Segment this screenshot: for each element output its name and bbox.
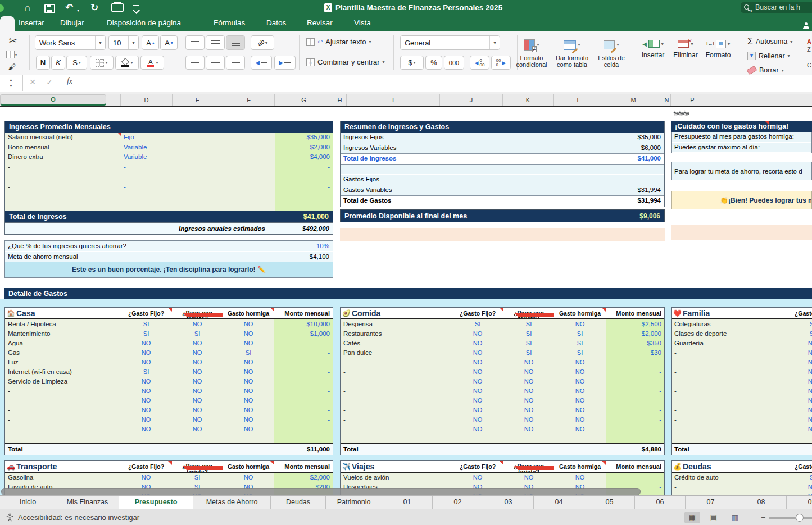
align-middle-button[interactable] bbox=[206, 35, 225, 50]
autosum-button[interactable]: ΣAutosuma▾ bbox=[747, 36, 792, 47]
expense-row-fixed[interactable]: SI bbox=[120, 367, 172, 377]
expense-row-fixed[interactable]: NO bbox=[787, 348, 812, 358]
align-right-button[interactable] bbox=[226, 56, 245, 70]
expense-row-amount[interactable]: $30 bbox=[606, 348, 664, 358]
expense-row-ant[interactable]: SI bbox=[554, 329, 606, 339]
menu-tab-dibujar[interactable]: Dibujar bbox=[60, 15, 84, 31]
expense-row-fixed[interactable]: NO bbox=[452, 348, 503, 358]
expense-row-amount[interactable]: - bbox=[606, 367, 664, 377]
decrease-decimal-button[interactable]: 000▶ bbox=[491, 56, 511, 70]
expense-row-fixed[interactable]: NO bbox=[787, 377, 812, 386]
expense-row-fixed[interactable]: NO bbox=[120, 386, 172, 396]
expense-row-ant[interactable]: NO bbox=[223, 424, 274, 434]
expense-row-ant[interactable]: SI bbox=[554, 348, 606, 358]
income-row-type[interactable]: Variable bbox=[121, 143, 173, 153]
ant-budget-row[interactable]: Presupuesto al mes para gastos hormiga: bbox=[672, 132, 811, 143]
expense-row-ant[interactable]: NO bbox=[223, 339, 274, 348]
expense-row-ant[interactable]: NO bbox=[554, 424, 606, 434]
expense-row-ant[interactable]: NO bbox=[223, 415, 274, 424]
expense-row-card[interactable]: NO bbox=[503, 415, 554, 424]
expense-row-card[interactable]: NO bbox=[172, 377, 223, 386]
income-row-amount[interactable]: - bbox=[274, 182, 333, 192]
expense-row-label[interactable]: Mantenimiento bbox=[5, 329, 120, 339]
expense-row-label[interactable]: Clases de deporte bbox=[672, 329, 787, 339]
sheet-tab-05[interactable]: 05 bbox=[584, 496, 635, 509]
summary-row-value[interactable]: $6,000 bbox=[602, 143, 664, 153]
bold-button[interactable]: N bbox=[36, 56, 50, 70]
income-row-type[interactable]: - bbox=[121, 182, 173, 192]
expense-row-fixed[interactable]: NO bbox=[452, 405, 503, 415]
expense-row-fixed[interactable]: NO bbox=[120, 396, 172, 405]
expense-row-label[interactable]: Colegiaturas bbox=[672, 319, 787, 329]
expense-row-card[interactable]: NO bbox=[503, 358, 554, 367]
expense-row-label[interactable]: Despensa bbox=[341, 319, 452, 329]
expense-row-card[interactable]: NO bbox=[503, 377, 554, 386]
expense-row-label[interactable]: - bbox=[672, 367, 787, 377]
expense-row-label[interactable]: - bbox=[341, 424, 452, 434]
cell-styles-button[interactable]: ▾Estilos de celda bbox=[592, 35, 631, 68]
expense-row-ant[interactable]: NO bbox=[223, 473, 274, 482]
summary-row-label[interactable]: Ingresos Variables bbox=[341, 143, 602, 153]
expense-row-fixed[interactable]: NO bbox=[787, 405, 812, 415]
expense-row-fixed[interactable]: NO bbox=[452, 473, 503, 482]
expense-row-label[interactable]: - bbox=[672, 386, 787, 396]
cut-button[interactable]: ✂ bbox=[4, 34, 21, 48]
expense-row-ant[interactable]: NO bbox=[554, 396, 606, 405]
expense-row-card[interactable]: NO bbox=[172, 367, 223, 377]
expense-row-label[interactable]: - bbox=[5, 396, 120, 405]
expense-row-label[interactable]: Internet (wi-fi en casa) bbox=[5, 367, 120, 377]
cancel-icon[interactable]: ✕ bbox=[27, 77, 38, 86]
column-header-j[interactable]: J bbox=[440, 94, 503, 106]
income-row-filler[interactable] bbox=[173, 182, 274, 192]
expense-row-amount[interactable]: - bbox=[274, 386, 333, 396]
expense-row-fixed[interactable]: NO bbox=[787, 386, 812, 396]
expense-row-label[interactable]: - bbox=[341, 386, 452, 396]
expense-row-fixed[interactable]: NO bbox=[452, 424, 503, 434]
align-bottom-button[interactable] bbox=[226, 35, 245, 50]
italic-button[interactable]: K bbox=[51, 56, 65, 70]
expense-row-amount[interactable]: - bbox=[274, 367, 333, 377]
expense-row-amount[interactable]: - bbox=[274, 396, 333, 405]
expense-row-label[interactable]: Restaurantes bbox=[341, 329, 452, 339]
sheet-tab-01[interactable]: 01 bbox=[382, 496, 433, 509]
expense-row-label[interactable]: Luz bbox=[5, 358, 120, 367]
expense-row-label[interactable]: Guardería bbox=[672, 339, 787, 348]
expense-row-ant[interactable]: SI bbox=[223, 348, 274, 358]
home-icon[interactable]: ⌂ bbox=[21, 2, 34, 13]
income-row-type[interactable]: Variable bbox=[121, 152, 173, 162]
expense-row-ant[interactable]: NO bbox=[554, 415, 606, 424]
expense-row-amount[interactable]: - bbox=[606, 473, 664, 482]
income-row-filler[interactable] bbox=[173, 172, 274, 182]
expense-row-label[interactable]: - bbox=[5, 415, 120, 424]
expense-row-ant[interactable]: NO bbox=[223, 319, 274, 329]
expense-row-card[interactable]: NO bbox=[172, 358, 223, 367]
income-row-label[interactable]: Salario mensual (neto) bbox=[5, 133, 121, 143]
income-row-type[interactable]: - bbox=[121, 172, 173, 182]
summary-row-label[interactable]: Gastos Fijos bbox=[341, 175, 602, 185]
expense-row-ant[interactable]: NO bbox=[554, 319, 606, 329]
expense-row-card[interactable]: NO bbox=[503, 386, 554, 396]
expense-row-amount[interactable]: $2,000 bbox=[606, 329, 664, 339]
income-row-amount[interactable]: - bbox=[274, 191, 333, 202]
expense-row-ant[interactable]: NO bbox=[554, 386, 606, 396]
expense-row-card[interactable]: NO bbox=[172, 405, 223, 415]
expense-row-fixed[interactable]: NO bbox=[787, 396, 812, 405]
expense-row-ant[interactable]: NO bbox=[223, 358, 274, 367]
enter-icon[interactable]: ✓ bbox=[44, 77, 55, 86]
font-color-button[interactable]: A▾ bbox=[140, 56, 164, 70]
text-orientation-button[interactable]: ab▾ bbox=[251, 35, 274, 50]
income-row-amount[interactable]: - bbox=[274, 172, 333, 182]
increase-decimal-button[interactable]: ◀000 bbox=[470, 56, 489, 70]
sheet-tab-08[interactable]: 08 bbox=[736, 496, 787, 509]
format-cells-button[interactable]: I↔I▾Formato bbox=[702, 36, 734, 59]
increase-font-button[interactable]: A▴ bbox=[142, 35, 159, 50]
expense-row-card[interactable]: NO bbox=[172, 424, 223, 434]
expense-row-label[interactable]: Pan dulce bbox=[341, 348, 452, 358]
sheet-tab-metas-de-ahorro[interactable]: Metas de Ahorro bbox=[193, 496, 271, 509]
expense-row-fixed[interactable]: NO bbox=[120, 348, 172, 358]
summary-row-value[interactable]: $41,000 bbox=[602, 154, 664, 164]
sheet-tab-09[interactable]: 09 bbox=[787, 496, 812, 509]
expense-row-label[interactable]: - bbox=[672, 415, 787, 424]
column-header-i[interactable]: I bbox=[347, 94, 440, 106]
expense-row-ant[interactable]: NO bbox=[554, 367, 606, 377]
